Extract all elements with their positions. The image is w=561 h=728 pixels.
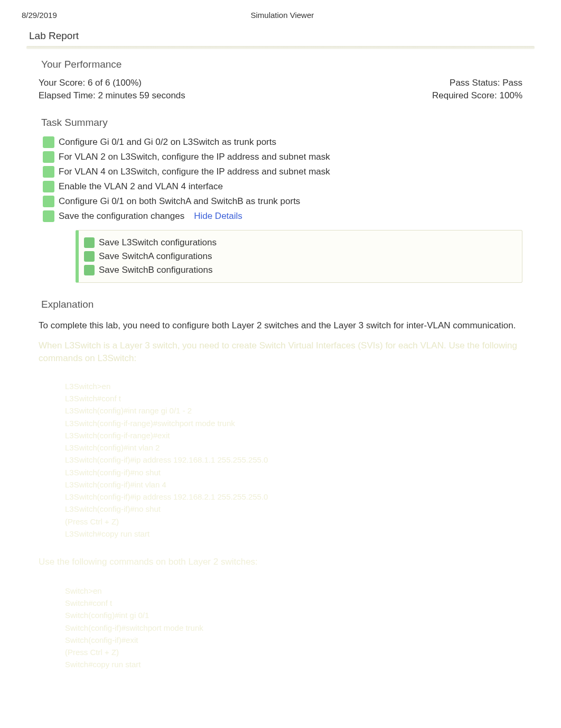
explanation-heading: Explanation xyxy=(39,289,522,317)
required-score: Required Score: 100% xyxy=(432,90,522,101)
task-text: Save the configuration changes xyxy=(59,211,184,222)
check-icon xyxy=(43,151,54,163)
detail-item: Save SwitchA configurations xyxy=(79,250,522,263)
task-text: Configure Gi 0/1 on both SwitchA and Swi… xyxy=(59,196,300,207)
elapsed-time: Elapsed Time: 2 minutes 59 seconds xyxy=(39,90,185,101)
explanation-intro: To complete this lab, you need to config… xyxy=(39,317,522,337)
explanation-intro2: When L3Switch is a Layer 3 switch, you n… xyxy=(39,337,522,370)
task-summary-heading: Task Summary xyxy=(39,102,522,135)
code-block-2: Switch>en Switch#conf t Switch(config)#i… xyxy=(39,574,522,681)
report-title: Lab Report xyxy=(0,25,561,46)
performance-row-2: Elapsed Time: 2 minutes 59 seconds Requi… xyxy=(39,89,522,102)
detail-text: Save SwitchB configurations xyxy=(99,265,212,275)
check-icon xyxy=(84,237,95,248)
check-icon xyxy=(43,166,54,178)
task-text: Enable the VLAN 2 and VLAN 4 interface xyxy=(59,181,223,192)
check-icon xyxy=(43,181,54,192)
task-item: Configure Gi 0/1 on both SwitchA and Swi… xyxy=(43,194,522,209)
check-icon xyxy=(84,251,95,262)
pass-status: Pass Status: Pass xyxy=(450,78,522,88)
task-text: For VLAN 2 on L3Switch, configure the IP… xyxy=(59,152,330,162)
performance-heading: Your Performance xyxy=(39,49,522,77)
task-item: For VLAN 2 on L3Switch, configure the IP… xyxy=(43,150,522,164)
check-icon xyxy=(43,210,54,222)
detail-item: Save L3Switch configurations xyxy=(79,236,522,250)
task-item: Configure Gi 0/1 and Gi 0/2 on L3Switch … xyxy=(43,135,522,150)
intermediate-text: Use the following commands on both Layer… xyxy=(39,550,522,574)
task-text: For VLAN 4 on L3Switch, configure the IP… xyxy=(59,167,330,177)
code-block-1: L3Switch>en L3Switch#conf t L3Switch(con… xyxy=(39,370,522,550)
performance-section: Your Performance Your Score: 6 of 6 (100… xyxy=(0,49,561,681)
task-list: Configure Gi 0/1 and Gi 0/2 on L3Switch … xyxy=(39,135,522,224)
check-icon xyxy=(43,196,54,207)
task-text: Configure Gi 0/1 and Gi 0/2 on L3Switch … xyxy=(59,137,276,148)
performance-row-1: Your Score: 6 of 6 (100%) Pass Status: P… xyxy=(39,77,522,89)
score-label: Your Score: 6 of 6 (100%) xyxy=(39,78,142,88)
check-icon xyxy=(84,265,95,275)
task-item: For VLAN 4 on L3Switch, configure the IP… xyxy=(43,164,522,179)
detail-text: Save L3Switch configurations xyxy=(99,237,217,248)
detail-item: Save SwitchB configurations xyxy=(79,263,522,277)
hide-details-link[interactable]: Hide Details xyxy=(194,211,242,222)
detail-text: Save SwitchA configurations xyxy=(99,251,212,262)
header-title: Simulation Viewer xyxy=(25,11,539,20)
task-item: Enable the VLAN 2 and VLAN 4 interface xyxy=(43,179,522,194)
task-item: Save the configuration changes Hide Deta… xyxy=(43,209,522,224)
page-header: 8/29/2019 Simulation Viewer xyxy=(0,0,561,25)
check-icon xyxy=(43,136,54,148)
details-box: Save L3Switch configurations Save Switch… xyxy=(76,230,522,283)
